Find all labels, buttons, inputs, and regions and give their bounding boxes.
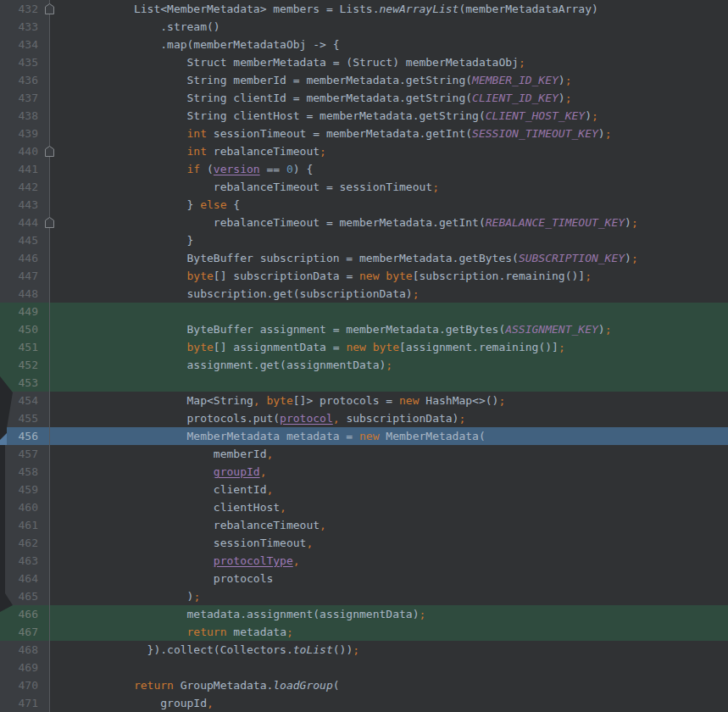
gutter-cell[interactable]: 469 — [0, 659, 50, 676]
gutter-cell[interactable]: 453 — [0, 374, 50, 392]
gutter-cell[interactable]: 468 — [0, 641, 50, 659]
gutter-cell[interactable]: 458 — [0, 463, 50, 481]
gutter-cell[interactable]: 438 — [0, 107, 50, 125]
gutter-cell[interactable]: 462 — [0, 534, 50, 552]
line-number: 461 — [19, 519, 38, 531]
gutter-cell[interactable]: 470 — [0, 676, 50, 694]
code-line[interactable]: 459 clientId, — [0, 481, 728, 498]
gutter-cell[interactable]: 448 — [0, 285, 50, 303]
gutter-cell[interactable]: 464 — [0, 570, 50, 587]
gutter-cell[interactable]: 459 — [0, 481, 50, 498]
code-line[interactable]: 464 protocols — [0, 570, 728, 587]
code-line[interactable]: 437 String clientId = memberMetadata.get… — [0, 89, 728, 107]
code-line[interactable]: 452 assignment.get(assignmentData); — [0, 356, 728, 374]
code-line[interactable]: 461 rebalanceTimeout, — [0, 516, 728, 534]
code-line[interactable]: 436 String memberId = memberMetadata.get… — [0, 71, 728, 89]
gutter-cell[interactable]: 445 — [0, 231, 50, 249]
code-line-text: assignment.get(assignmentData); — [50, 356, 728, 374]
code-line[interactable]: 456 MemberMetadata metadata = new Member… — [0, 427, 728, 445]
code-line[interactable]: 433 .stream() — [0, 18, 728, 36]
code-line-text: Map<String, byte[]> protocols = new Hash… — [50, 392, 728, 409]
code-line[interactable]: 448 subscription.get(subscriptionData); — [0, 285, 728, 303]
gutter-cell[interactable]: 467 — [0, 623, 50, 641]
gutter-cell[interactable]: 450 — [0, 320, 50, 338]
code-line-text: return metadata; — [50, 623, 728, 641]
gutter-cell[interactable]: 455 — [0, 409, 50, 427]
gutter-cell[interactable]: 441 — [0, 160, 50, 178]
line-number: 446 — [19, 252, 38, 264]
gutter-cell[interactable]: 451 — [0, 338, 50, 356]
code-line-text: rebalanceTimeout, — [50, 516, 728, 534]
gutter-cell[interactable]: 433 — [0, 18, 50, 36]
gutter-cell[interactable]: 465 — [0, 587, 50, 605]
code-line-text: } else { — [50, 196, 728, 214]
code-line[interactable]: 462 sessionTimeout, — [0, 534, 728, 552]
code-line[interactable]: 434 .map(memberMetadataObj -> { — [0, 36, 728, 53]
code-line[interactable]: 445 } — [0, 231, 728, 249]
fold-region-icon[interactable] — [44, 145, 55, 158]
line-number: 463 — [19, 554, 38, 567]
code-line[interactable]: 449 — [0, 303, 728, 320]
line-number: 438 — [19, 109, 38, 122]
code-line[interactable]: 469 — [0, 659, 728, 676]
code-line-text: MemberMetadata metadata = new MemberMeta… — [50, 427, 728, 445]
code-line-text — [50, 374, 728, 392]
line-number: 445 — [19, 234, 38, 247]
line-number: 458 — [19, 465, 38, 478]
code-line[interactable]: 441 if (version == 0) { — [0, 160, 728, 178]
code-line[interactable]: 453 — [0, 374, 728, 392]
code-line[interactable]: 455 protocols.put(protocol, subscription… — [0, 409, 728, 427]
code-line[interactable]: 447 byte[] subscriptionData = new byte[s… — [0, 267, 728, 285]
code-line[interactable]: 467 return metadata; — [0, 623, 728, 641]
code-line-text: protocols.put(protocol, subscriptionData… — [50, 409, 728, 427]
code-line[interactable]: 443 } else { — [0, 196, 728, 214]
gutter-cell[interactable]: 439 — [0, 125, 50, 142]
gutter-cell[interactable]: 446 — [0, 249, 50, 267]
code-line[interactable]: 471 groupId, — [0, 694, 728, 712]
gutter-cell[interactable]: 471 — [0, 694, 50, 712]
gutter-cell[interactable]: 460 — [0, 498, 50, 516]
code-line[interactable]: 432 List<MemberMetadata> members = Lists… — [0, 0, 728, 18]
code-line[interactable]: 468 }).collect(Collectors.toList()); — [0, 641, 728, 659]
fold-region-icon[interactable] — [44, 3, 55, 15]
gutter-cell[interactable]: 463 — [0, 552, 50, 570]
gutter-cell[interactable]: 434 — [0, 36, 50, 53]
code-line[interactable]: 470 return GroupMetadata.loadGroup( — [0, 676, 728, 694]
code-line[interactable]: 451 byte[] assignmentData = new byte[ass… — [0, 338, 728, 356]
gutter-cell[interactable]: 436 — [0, 71, 50, 89]
code-line[interactable]: 440 int rebalanceTimeout; — [0, 142, 728, 160]
code-line[interactable]: 444 rebalanceTimeout = memberMetadata.ge… — [0, 214, 728, 231]
code-line[interactable]: 458 groupId, — [0, 463, 728, 481]
code-line[interactable]: 465 ); — [0, 587, 728, 605]
gutter-cell[interactable]: 454 — [0, 392, 50, 409]
gutter-cell[interactable]: 435 — [0, 53, 50, 71]
code-line[interactable]: 446 ByteBuffer subscription = memberMeta… — [0, 249, 728, 267]
code-line-text: memberId, — [50, 445, 728, 463]
gutter-cell[interactable]: 442 — [0, 178, 50, 196]
gutter-cell[interactable]: 449 — [0, 303, 50, 320]
code-line[interactable]: 466 metadata.assignment(assignmentData); — [0, 605, 728, 623]
gutter-cell[interactable]: 447 — [0, 267, 50, 285]
code-editor[interactable]: 432 List<MemberMetadata> members = Lists… — [0, 0, 728, 712]
code-line[interactable]: 439 int sessionTimeout = memberMetadata.… — [0, 125, 728, 142]
gutter-cell[interactable]: 444 — [0, 214, 50, 231]
fold-region-icon[interactable] — [44, 216, 55, 229]
gutter-cell[interactable]: 461 — [0, 516, 50, 534]
code-line[interactable]: 435 Struct memberMetadata = (Struct) mem… — [0, 53, 728, 71]
code-line[interactable]: 454 Map<String, byte[]> protocols = new … — [0, 392, 728, 409]
code-line[interactable]: 460 clientHost, — [0, 498, 728, 516]
gutter-cell[interactable]: 456 — [0, 427, 50, 445]
code-line[interactable]: 442 rebalanceTimeout = sessionTimeout; — [0, 178, 728, 196]
code-line[interactable]: 463 protocolType, — [0, 552, 728, 570]
gutter-cell[interactable]: 437 — [0, 89, 50, 107]
code-line[interactable]: 450 ByteBuffer assignment = memberMetada… — [0, 320, 728, 338]
gutter-cell[interactable]: 466 — [0, 605, 50, 623]
code-line[interactable]: 438 String clientHost = memberMetadata.g… — [0, 107, 728, 125]
code-line-text: String clientHost = memberMetadata.getSt… — [50, 107, 728, 125]
gutter-cell[interactable]: 440 — [0, 142, 50, 160]
gutter-cell[interactable]: 452 — [0, 356, 50, 374]
gutter-cell[interactable]: 443 — [0, 196, 50, 214]
code-line[interactable]: 457 memberId, — [0, 445, 728, 463]
gutter-cell[interactable]: 432 — [0, 0, 50, 18]
gutter-cell[interactable]: 457 — [0, 445, 50, 463]
